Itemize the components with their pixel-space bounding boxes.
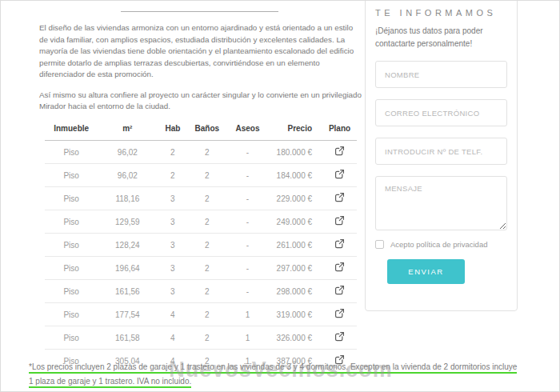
- external-link-icon: [334, 215, 345, 226]
- cell-plano: [322, 164, 357, 187]
- plano-link[interactable]: [334, 169, 346, 180]
- column-header-6: Plano: [322, 119, 357, 141]
- plano-link[interactable]: [334, 331, 346, 342]
- privacy-checkbox[interactable]: [375, 240, 384, 249]
- table-row: Piso96,0222-184.000 €: [45, 164, 357, 187]
- cell-precio: 297.000 €: [270, 257, 322, 280]
- cell-m2: 128,24: [98, 234, 157, 257]
- table-header-row: Inmueblem²HabBañosAseosPrecioPlano: [45, 119, 357, 141]
- external-link-icon: [334, 262, 345, 272]
- section-divider: [121, 11, 278, 12]
- price-footnote: *Los precios incluyen 2 plazas de garaje…: [29, 360, 518, 389]
- plano-link[interactable]: [334, 262, 346, 273]
- description-paragraph: Así mismo su altura confiere al proyecto…: [39, 90, 362, 113]
- cell-hab: 3: [157, 257, 188, 280]
- cell-banos: 2: [188, 187, 226, 210]
- cell-inmueble: Piso: [45, 326, 98, 350]
- cell-hab: 3: [157, 234, 188, 257]
- table-body: Piso96,0222-180.000 €Piso96,0222-184.000…: [45, 141, 357, 373]
- cell-precio: 249.000 €: [270, 210, 322, 234]
- table-row: Piso161,5632-298.000 €: [45, 280, 357, 303]
- external-link-icon: [334, 169, 345, 179]
- cell-banos: 2: [188, 326, 226, 350]
- plano-link[interactable]: [334, 192, 346, 203]
- privacy-row: Acepto política de privacidad: [375, 240, 507, 249]
- cell-precio: 298.000 €: [270, 280, 322, 303]
- cell-hab: 4: [157, 303, 188, 326]
- form-fields: [375, 61, 507, 230]
- column-header-5: Precio: [270, 119, 322, 141]
- cell-inmueble: Piso: [45, 187, 98, 210]
- cell-inmueble: Piso: [45, 164, 98, 187]
- cell-hab: 3: [157, 280, 188, 303]
- cell-plano: [322, 257, 357, 280]
- table-row: Piso129,5932-249.000 €: [45, 210, 357, 234]
- external-link-icon: [334, 331, 345, 342]
- cell-plano: [322, 234, 357, 257]
- cell-hab: 3: [157, 210, 188, 234]
- telefono-input[interactable]: [375, 138, 507, 165]
- cell-inmueble: Piso: [45, 210, 98, 234]
- external-link-icon: [334, 146, 345, 156]
- cell-m2: 196,64: [98, 257, 157, 280]
- cell-aseos: -: [226, 257, 270, 280]
- cell-plano: [322, 280, 357, 303]
- cell-inmueble: Piso: [45, 280, 98, 303]
- table-row: Piso128,2432-261.000 €: [45, 234, 357, 257]
- nombre-input[interactable]: [375, 61, 507, 88]
- table-row: Piso161,58421326.000 €: [45, 326, 357, 350]
- cell-aseos: -: [226, 280, 270, 303]
- table-row: Piso177,54421319.000 €: [45, 303, 357, 326]
- external-link-icon: [334, 285, 345, 295]
- units-table: Inmueblem²HabBañosAseosPrecioPlano Piso9…: [45, 119, 357, 373]
- form-subtitle: ¡Déjanos tus datos para poder contactart…: [375, 25, 507, 50]
- cell-aseos: -: [226, 234, 270, 257]
- price-footnote-text: *Los precios incluyen 2 plazas de garaje…: [29, 362, 517, 388]
- cell-banos: 2: [188, 280, 226, 303]
- plano-link[interactable]: [334, 285, 346, 296]
- cell-plano: [322, 187, 357, 210]
- column-header-3: Baños: [188, 119, 226, 141]
- cell-plano: [322, 326, 357, 350]
- cell-aseos: 1: [226, 326, 270, 350]
- table-row: Piso96,0222-180.000 €: [45, 141, 357, 164]
- contact-form-panel: TE INFORMAMOS ¡Déjanos tus datos para po…: [365, 0, 518, 311]
- column-header-2: Hab: [157, 119, 188, 141]
- mensaje-textarea[interactable]: [375, 176, 507, 230]
- cell-hab: 3: [157, 187, 188, 210]
- property-description: El diseño de las viviendas armoniza con …: [39, 22, 362, 122]
- plano-link[interactable]: [334, 215, 346, 226]
- column-header-0: Inmueble: [45, 119, 98, 141]
- cell-hab: 4: [157, 326, 188, 350]
- cell-banos: 2: [188, 257, 226, 280]
- cell-banos: 2: [188, 234, 226, 257]
- cell-m2: 96,02: [98, 141, 157, 164]
- plano-link[interactable]: [334, 146, 346, 157]
- external-link-icon: [334, 238, 345, 249]
- cell-aseos: -: [226, 164, 270, 187]
- units-table-container: Inmueblem²HabBañosAseosPrecioPlano Piso9…: [45, 119, 357, 373]
- external-link-icon: [334, 308, 345, 318]
- privacy-label: Acepto política de privacidad: [390, 240, 487, 249]
- cell-banos: 2: [188, 164, 226, 187]
- cell-m2: 96,02: [98, 164, 157, 187]
- cell-precio: 180.000 €: [270, 141, 322, 164]
- cell-inmueble: Piso: [45, 303, 98, 326]
- cell-aseos: -: [226, 141, 270, 164]
- plano-link[interactable]: [334, 238, 346, 250]
- cell-m2: 129,59: [98, 210, 157, 234]
- property-detail-page: El diseño de las viviendas armoniza con …: [0, 0, 560, 392]
- cell-aseos: 1: [226, 303, 270, 326]
- cell-m2: 177,54: [98, 303, 157, 326]
- cell-plano: [322, 141, 357, 164]
- cell-plano: [322, 210, 357, 234]
- cell-precio: 184.000 €: [270, 164, 322, 187]
- cell-inmueble: Piso: [45, 141, 98, 164]
- cell-m2: 161,56: [98, 280, 157, 303]
- plano-link[interactable]: [334, 308, 346, 319]
- external-link-icon: [334, 192, 345, 202]
- correo-electronico-input[interactable]: [375, 99, 507, 126]
- submit-button[interactable]: ENVIAR: [387, 259, 465, 284]
- cell-precio: 229.000 €: [270, 187, 322, 210]
- cell-m2: 118,16: [98, 187, 157, 210]
